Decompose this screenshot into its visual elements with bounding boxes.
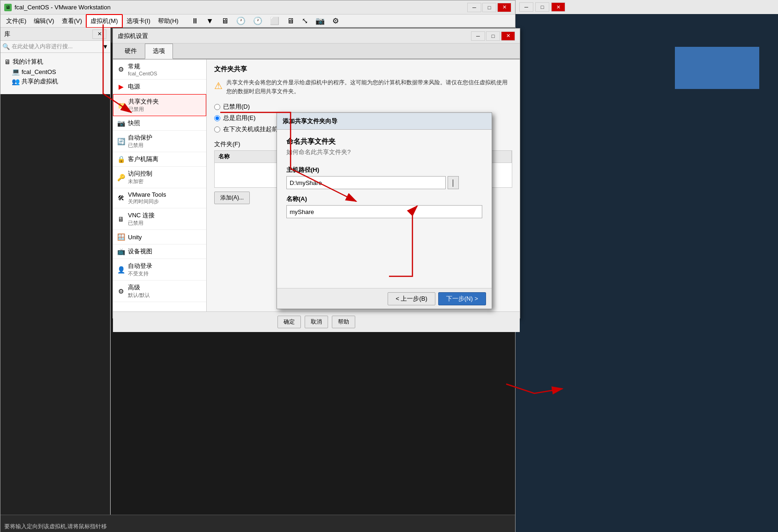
settings-item-isolation[interactable]: 🔒 客户机隔离: [113, 152, 206, 167]
autologin-icon: 👤: [117, 266, 125, 274]
device-view-label: 设备视图: [128, 247, 152, 256]
shared-folder-summary: 已禁用: [128, 106, 159, 113]
shared-folder-label: 共享文件夹: [128, 97, 159, 106]
sidebar-search-bar: 🔍 ▼: [0, 41, 110, 53]
unity-label: Unity: [128, 234, 142, 241]
settings-item-general[interactable]: ⚙ 常规 fcal_CentOS: [113, 59, 206, 80]
tab-options[interactable]: 选项: [145, 44, 173, 59]
menu-file[interactable]: 文件(E): [2, 15, 30, 27]
settings-list: ⚙ 常规 fcal_CentOS ▶ 电源 📁 共享文件夹 已禁用: [113, 59, 207, 311]
ok-button[interactable]: 确定: [277, 316, 301, 328]
host-path-vertical-bar: │: [448, 176, 459, 189]
prev-button[interactable]: < 上一步(B): [388, 292, 435, 305]
vnc-summary: 已禁用: [128, 220, 155, 227]
close-button[interactable]: ✕: [497, 3, 511, 12]
radio-until-shutdown-input[interactable]: [214, 126, 220, 133]
centos-maximize[interactable]: □: [535, 2, 549, 12]
sidebar-title: 库: [4, 30, 10, 38]
sharing-header: 文件夹共享: [214, 65, 512, 74]
advanced-summary: 默认/默认: [128, 292, 150, 299]
toolbar-settings[interactable]: ⚙: [329, 15, 342, 28]
settings-item-access[interactable]: 🔑 访问控制 未加密: [113, 167, 206, 188]
tab-hardware[interactable]: 硬件: [117, 44, 145, 59]
settings-item-unity[interactable]: 🪟 Unity: [113, 230, 206, 244]
maximize-button[interactable]: □: [482, 3, 496, 12]
general-label: 常规: [128, 62, 157, 71]
dialog-footer: 确定 取消 帮助: [113, 311, 520, 332]
title-bar: 🖥 fcal_CentOS - VMware Workstation ─ □ ✕: [0, 0, 515, 15]
status-bar: 要将输入定向到该虚拟机,请将鼠标指针移: [0, 515, 515, 532]
search-input[interactable]: [12, 44, 100, 50]
settings-item-advanced[interactable]: ⚙ 高级 默认/默认: [113, 281, 206, 302]
isolation-icon: 🔒: [117, 155, 125, 163]
settings-item-vnc[interactable]: 🖥 VNC 连接 已禁用: [113, 208, 206, 230]
dialog-close[interactable]: ✕: [501, 31, 515, 41]
settings-item-snapshot[interactable]: 📷 快照: [113, 116, 206, 131]
vmtools-summary: 关闭时间同步: [128, 198, 166, 205]
toolbar-capture[interactable]: 📷: [312, 15, 328, 28]
minimize-button[interactable]: ─: [467, 3, 481, 12]
dialog-minimize[interactable]: ─: [471, 31, 485, 41]
toolbar-send[interactable]: 🖥: [218, 15, 232, 28]
menu-vm[interactable]: 虚拟机(M): [86, 14, 123, 28]
settings-item-autologin[interactable]: 👤 自动登录 不受支持: [113, 259, 206, 281]
sidebar-item-shared[interactable]: 👥 共享的虚拟机: [10, 76, 108, 87]
shared-folder-icon: 📁: [117, 101, 126, 110]
radio-disabled-input[interactable]: [214, 104, 220, 110]
toolbar-display[interactable]: 🖥: [284, 15, 298, 28]
warning-icon: ⚠: [214, 78, 223, 93]
centos-panel: ─ □ ✕: [516, 0, 778, 532]
window-title: fcal_CentOS - VMware Workstation: [15, 4, 111, 11]
settings-item-device-view[interactable]: 📺 设备视图: [113, 244, 206, 259]
radio-disabled[interactable]: 已禁用(D): [214, 103, 512, 111]
menu-tabs[interactable]: 选项卡(I): [123, 15, 154, 27]
sidebar-header: 库 ✕: [0, 28, 110, 41]
toolbar-fullscreen[interactable]: ⬜: [267, 15, 283, 28]
search-dropdown-icon[interactable]: ▼: [102, 43, 108, 50]
menu-view[interactable]: 查看(V): [58, 15, 86, 27]
shared-label: 共享的虚拟机: [22, 77, 58, 86]
autoprotect-summary: 已禁用: [128, 142, 152, 149]
host-path-label: 主机路径(H): [286, 166, 482, 174]
radio-always-label: 总是启用(E): [223, 114, 255, 122]
toolbar-clock1[interactable]: 🕐: [233, 15, 249, 28]
add-folder-button[interactable]: 添加(A)...: [214, 192, 250, 204]
wizard-section-title: 命名共享文件夹: [286, 137, 482, 146]
wizard-title-bar: 添加共享文件夹向导: [277, 113, 492, 130]
centos-close[interactable]: ✕: [551, 2, 565, 12]
cancel-button[interactable]: 取消: [305, 316, 328, 328]
radio-always-input[interactable]: [214, 115, 220, 121]
search-icon: 🔍: [2, 43, 10, 50]
vm-icon: 💻: [12, 68, 20, 75]
status-text: 要将输入定向到该虚拟机,请将鼠标指针移: [4, 523, 107, 531]
help-button[interactable]: 帮助: [332, 316, 355, 328]
app-icon: 🖥: [4, 4, 12, 11]
settings-item-shared-folder[interactable]: 📁 共享文件夹 已禁用: [113, 94, 206, 116]
host-path-input[interactable]: [286, 176, 446, 189]
centos-minimize[interactable]: ─: [519, 2, 533, 12]
menu-help[interactable]: 帮助(H): [154, 15, 182, 27]
sidebar-item-vm[interactable]: 💻 fcal_CentOS: [10, 67, 108, 76]
settings-item-power[interactable]: ▶ 电源: [113, 80, 206, 94]
dialog-maximize[interactable]: □: [486, 31, 500, 41]
toolbar-pause[interactable]: ⏸: [188, 15, 202, 28]
sidebar-item-my-computer[interactable]: 🖥 我的计算机: [2, 57, 108, 67]
toolbar-dropdown[interactable]: ▼: [203, 15, 217, 28]
name-input[interactable]: [286, 205, 482, 218]
toolbar-clock2[interactable]: 🕐: [250, 15, 266, 28]
next-button[interactable]: 下一步(N) >: [438, 292, 486, 305]
wizard-subtitle: 如何命名此共享文件夹?: [286, 148, 482, 156]
sidebar-close[interactable]: ✕: [92, 30, 106, 39]
wizard-body: 命名共享文件夹 如何命名此共享文件夹? 主机路径(H) │ 名称(A): [277, 130, 492, 226]
menu-edit[interactable]: 编辑(V): [30, 15, 58, 27]
power-label: 电源: [128, 82, 140, 91]
toolbar-resize[interactable]: ⤡: [299, 15, 311, 28]
device-view-icon: 📺: [117, 247, 125, 256]
computer-icon: 🖥: [4, 58, 11, 66]
vmtools-label: VMware Tools: [128, 191, 166, 198]
settings-item-autoprotect[interactable]: 🔄 自动保护 已禁用: [113, 131, 206, 152]
shared-icon: 👥: [12, 78, 20, 85]
settings-item-vmtools[interactable]: 🛠 VMware Tools 关闭时间同步: [113, 188, 206, 208]
warning-box: ⚠ 共享文件夹会将您的文件显示给虚拟机中的程序。这可能为您的计算机和数据带来风险…: [214, 78, 512, 96]
autoprotect-icon: 🔄: [117, 137, 125, 146]
